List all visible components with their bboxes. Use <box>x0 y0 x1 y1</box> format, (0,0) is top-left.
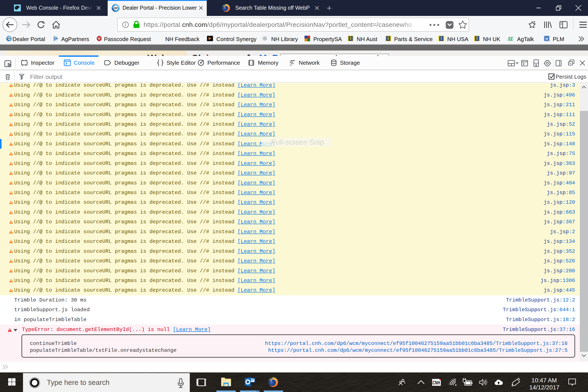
svg-text:M: M <box>545 37 548 40</box>
svg-text:W: W <box>98 37 101 40</box>
svg-text:T: T <box>510 36 514 41</box>
svg-text:DP: DP <box>8 38 10 40</box>
svg-text:CNH: CNH <box>432 380 440 386</box>
svg-text:DP: DP <box>114 6 118 10</box>
